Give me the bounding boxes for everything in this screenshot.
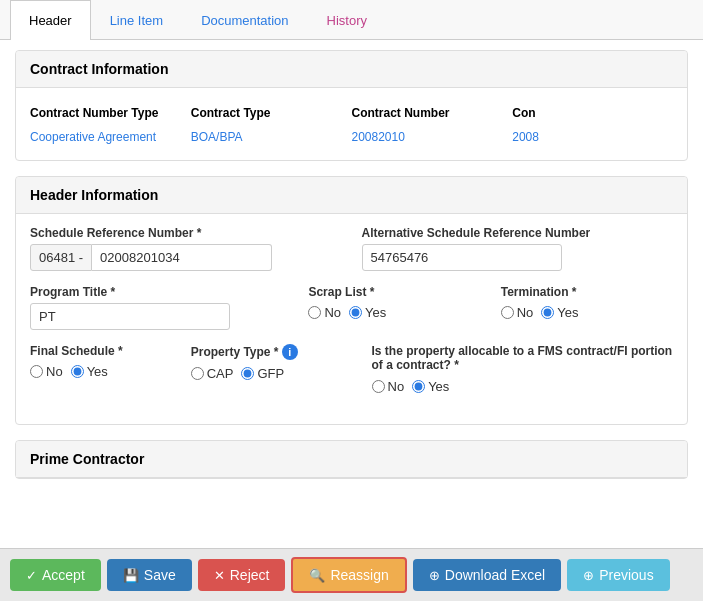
contract-info-card: Contract Information Contract Number Typ… xyxy=(15,50,688,161)
reassign-button[interactable]: 🔍 Reassign xyxy=(291,557,406,593)
col-header-type: Contract Number Type xyxy=(30,100,191,126)
contract-type-val: BOA/BPA xyxy=(191,126,352,148)
contract-table: Contract Number Type Contract Type Contr… xyxy=(30,100,673,148)
save-button[interactable]: 💾 Save xyxy=(107,559,192,591)
header-info-body: Schedule Reference Number * 06481 - Alte… xyxy=(16,214,687,424)
prime-contractor-header: Prime Contractor xyxy=(16,441,687,478)
property-type-radios: CAP GFP xyxy=(191,366,352,385)
accept-button[interactable]: ✓ Accept xyxy=(10,559,101,591)
reject-icon: ✕ xyxy=(214,568,225,583)
fms-question-text: Is the property allocable to a FMS contr… xyxy=(372,344,674,372)
fms-yes-radio[interactable] xyxy=(412,380,425,393)
schedule-ref-input-group: 06481 - xyxy=(30,244,342,271)
property-type-group: Property Type * i CAP GFP xyxy=(191,344,352,398)
final-row: Final Schedule * No Yes xyxy=(30,344,673,398)
fms-radios: No Yes xyxy=(372,379,674,398)
header-info-card: Header Information Schedule Reference Nu… xyxy=(15,176,688,425)
fms-group: Is the property allocable to a FMS contr… xyxy=(372,344,674,398)
program-title-group: Program Title * xyxy=(30,285,288,330)
contract-con-value: 2008 xyxy=(512,126,673,148)
alt-ref-group: Alternative Schedule Reference Number xyxy=(362,226,674,271)
termination-yes-radio[interactable] xyxy=(541,306,554,319)
final-schedule-yes-label[interactable]: Yes xyxy=(71,364,108,379)
final-schedule-label: Final Schedule * xyxy=(30,344,171,358)
program-title-label: Program Title * xyxy=(30,285,288,299)
reassign-icon: 🔍 xyxy=(309,568,325,583)
scrap-list-no-radio[interactable] xyxy=(308,306,321,319)
contract-col-headers: Contract Number Type Contract Type Contr… xyxy=(30,100,673,126)
scrap-list-yes-radio[interactable] xyxy=(349,306,362,319)
tab-header[interactable]: Header xyxy=(10,0,91,40)
schedule-ref-group: Schedule Reference Number * 06481 - xyxy=(30,226,342,271)
schedule-suffix-input[interactable] xyxy=(92,244,272,271)
contract-number-value: 20082010 xyxy=(352,126,513,148)
property-type-cap-label[interactable]: CAP xyxy=(191,366,234,381)
tab-line-item[interactable]: Line Item xyxy=(91,0,182,40)
schedule-row: Schedule Reference Number * 06481 - Alte… xyxy=(30,226,673,271)
previous-button[interactable]: ⊕ Previous xyxy=(567,559,669,591)
tab-history[interactable]: History xyxy=(308,0,386,40)
program-title-input[interactable] xyxy=(30,303,230,330)
termination-group: Termination * No Yes xyxy=(501,285,673,330)
header-info-header: Header Information xyxy=(16,177,687,214)
info-icon[interactable]: i xyxy=(282,344,298,360)
termination-no-radio[interactable] xyxy=(501,306,514,319)
alt-ref-label: Alternative Schedule Reference Number xyxy=(362,226,674,240)
fms-yes-label[interactable]: Yes xyxy=(412,379,449,394)
termination-label: Termination * xyxy=(501,285,673,299)
scrap-list-label: Scrap List * xyxy=(308,285,480,299)
excel-icon: ⊕ xyxy=(429,568,440,583)
scrap-list-radios: No Yes xyxy=(308,305,480,324)
final-schedule-group: Final Schedule * No Yes xyxy=(30,344,171,398)
termination-no-label[interactable]: No xyxy=(501,305,534,320)
col-header-contract-number: Contract Number xyxy=(352,100,513,126)
footer-buttons: ✓ Accept 💾 Save ✕ Reject 🔍 Reassign ⊕ Do… xyxy=(0,548,703,601)
final-schedule-no-radio[interactable] xyxy=(30,365,43,378)
final-schedule-yes-radio[interactable] xyxy=(71,365,84,378)
tab-documentation[interactable]: Documentation xyxy=(182,0,307,40)
schedule-ref-label: Schedule Reference Number * xyxy=(30,226,342,240)
reject-button[interactable]: ✕ Reject xyxy=(198,559,286,591)
contract-info-body: Contract Number Type Contract Type Contr… xyxy=(16,88,687,160)
col-header-contract-type: Contract Type xyxy=(191,100,352,126)
scrap-list-no-label[interactable]: No xyxy=(308,305,341,320)
property-type-cap-radio[interactable] xyxy=(191,367,204,380)
program-row: Program Title * Scrap List * No xyxy=(30,285,673,330)
scrap-list-group: Scrap List * No Yes xyxy=(308,285,480,330)
fms-no-label[interactable]: No xyxy=(372,379,405,394)
contract-info-header: Contract Information xyxy=(16,51,687,88)
prime-contractor-card: Prime Contractor xyxy=(15,440,688,479)
contract-col-values: Cooperative Agreement BOA/BPA 20082010 2… xyxy=(30,126,673,148)
schedule-prefix: 06481 - xyxy=(30,244,92,271)
scrap-list-yes-label[interactable]: Yes xyxy=(349,305,386,320)
property-type-gfp-radio[interactable] xyxy=(241,367,254,380)
final-schedule-radios: No Yes xyxy=(30,364,171,383)
fms-no-radio[interactable] xyxy=(372,380,385,393)
termination-yes-label[interactable]: Yes xyxy=(541,305,578,320)
previous-icon: ⊕ xyxy=(583,568,594,583)
tab-bar: Header Line Item Documentation History xyxy=(0,0,703,40)
final-schedule-no-label[interactable]: No xyxy=(30,364,63,379)
termination-radios: No Yes xyxy=(501,305,673,324)
accept-icon: ✓ xyxy=(26,568,37,583)
save-icon: 💾 xyxy=(123,568,139,583)
contract-type-value: Cooperative Agreement xyxy=(30,126,191,148)
download-excel-button[interactable]: ⊕ Download Excel xyxy=(413,559,561,591)
alt-ref-input[interactable] xyxy=(362,244,562,271)
col-header-con: Con xyxy=(512,100,673,126)
property-type-label: Property Type * i xyxy=(191,344,352,360)
property-type-gfp-label[interactable]: GFP xyxy=(241,366,284,381)
main-content: Contract Information Contract Number Typ… xyxy=(0,40,703,548)
